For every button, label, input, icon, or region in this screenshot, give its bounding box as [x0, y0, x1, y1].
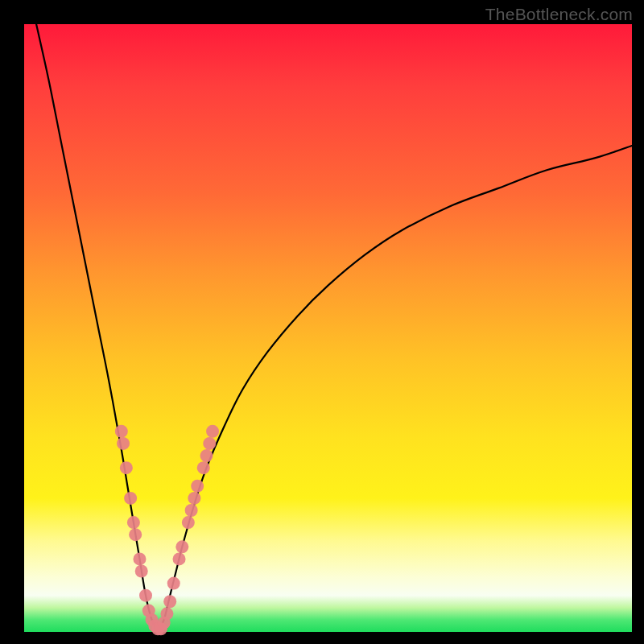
data-marker	[182, 516, 195, 529]
data-marker	[139, 589, 152, 602]
data-marker	[117, 437, 130, 450]
data-marker	[203, 437, 216, 450]
data-marker	[175, 540, 188, 553]
watermark-text: TheBottleneck.com	[485, 5, 633, 24]
data-marker	[115, 425, 128, 438]
data-marker	[200, 449, 213, 462]
data-marker	[127, 516, 140, 529]
data-marker	[135, 565, 148, 578]
curve-left-arm	[36, 24, 158, 632]
data-marker	[163, 595, 176, 608]
data-marker	[197, 461, 210, 474]
curve-right-arm	[158, 146, 632, 632]
chart-frame: TheBottleneck.com	[0, 0, 644, 644]
curve-layer	[36, 24, 632, 632]
chart-svg	[24, 24, 632, 632]
data-marker	[173, 552, 186, 565]
data-marker	[129, 528, 142, 541]
data-marker	[133, 552, 146, 565]
data-marker	[206, 425, 219, 438]
plot-area	[24, 24, 632, 632]
data-marker	[120, 461, 133, 474]
data-marker	[185, 504, 198, 517]
data-marker	[160, 607, 173, 620]
marker-layer	[115, 425, 219, 635]
data-marker	[167, 577, 180, 590]
data-marker	[188, 492, 200, 505]
data-marker	[124, 492, 137, 505]
data-marker	[191, 480, 204, 493]
